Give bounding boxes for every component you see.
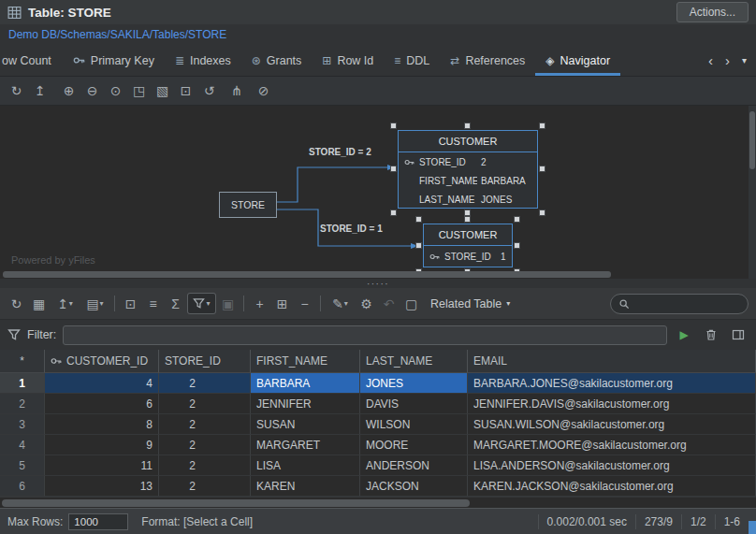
grid-cell[interactable]: JENNIFER.DAVIS@sakilacustomer.org (468, 394, 756, 414)
duplicate-row-button[interactable]: ⊞ (271, 293, 293, 314)
cell-editor-button[interactable]: ⊡ (120, 293, 141, 314)
tab-navigator[interactable]: ◈ Navigator (535, 45, 620, 76)
filter-menu-button[interactable]: ▾ (187, 293, 216, 314)
search-box[interactable] (610, 294, 749, 314)
grid-mode-button[interactable]: ▦ (28, 293, 50, 314)
tabs-menu-button[interactable]: ▾ (736, 50, 752, 72)
grid-cell[interactable]: 2 (159, 414, 251, 435)
overview-toggle-button[interactable]: ⊘ (253, 80, 274, 102)
tab-primary-key[interactable]: Primary Key (63, 45, 165, 76)
tabs-scroll-right-button[interactable]: › (720, 50, 735, 72)
grid-cell[interactable]: MARGARET (251, 435, 360, 455)
selection-handle[interactable] (390, 123, 397, 129)
grid-cell[interactable]: 13 (45, 476, 159, 497)
pane-splitter[interactable]: ····· (0, 279, 756, 288)
open-in-window-button[interactable]: ⊡ (175, 80, 196, 102)
add-row-button[interactable]: + (249, 293, 270, 314)
column-header-email[interactable]: EMAIL (468, 350, 756, 373)
selection-handle[interactable] (415, 216, 422, 223)
zoom-out-button[interactable]: ⊖ (81, 80, 103, 102)
zoom-in-button[interactable]: ⊕ (58, 80, 80, 102)
selection-handle[interactable] (539, 166, 545, 172)
undo-button[interactable]: ↶ (378, 293, 400, 314)
grid-cell[interactable]: 11 (45, 455, 159, 476)
max-rows-input[interactable] (68, 513, 128, 530)
diagram-node-customer[interactable]: CUSTOMER STORE_ID 2 FIRST_NAME BARBARA L… (398, 130, 538, 209)
column-header-last-name[interactable]: LAST_NAME (360, 350, 468, 373)
selection-handle[interactable] (514, 216, 520, 223)
grid-cell[interactable]: LISA.ANDERSON@sakilacustomer.org (468, 455, 756, 476)
export-results-button[interactable]: ↥▾ (51, 293, 80, 314)
row-number[interactable]: 5 (0, 455, 45, 476)
row-list-view-button[interactable]: ≡ (142, 293, 164, 314)
scrollbar-thumb[interactable] (3, 271, 611, 278)
row-number[interactable]: 6 (0, 476, 45, 497)
grid-cell[interactable]: KAREN (251, 476, 360, 497)
grid-cell[interactable]: SUSAN.WILSON@sakilacustomer.org (468, 414, 756, 435)
fit-to-window-button[interactable]: ◳ (128, 80, 150, 102)
format-label[interactable]: Format: [Select a Cell] (141, 515, 253, 528)
search-input[interactable] (635, 296, 740, 311)
apply-filter-button[interactable]: ▶ (674, 325, 694, 345)
tab-references[interactable]: ⇄ References (440, 45, 535, 76)
selection-handle[interactable] (514, 242, 520, 249)
grid-cell[interactable]: MOORE (360, 435, 468, 455)
column-header-customer-id[interactable]: CUSTOMER_ID (45, 350, 159, 373)
file-menu-button[interactable]: ▤▾ (80, 293, 109, 314)
grid-cell-selected[interactable]: BARBARA (251, 373, 360, 394)
row-number[interactable]: 4 (0, 435, 45, 455)
navigator-diagram-canvas[interactable]: STORE_ID = 2 STORE_ID = 1 STORE CUSTOMER… (0, 105, 756, 279)
grid-cell[interactable]: 2 (159, 455, 251, 476)
edit-menu-button[interactable]: ✎▾ (326, 293, 355, 314)
save-edits-button[interactable]: ▣ (217, 293, 239, 314)
tab-ddl[interactable]: ≡ DDL (384, 45, 440, 76)
selection-handle[interactable] (539, 123, 545, 129)
grid-cell[interactable]: 9 (45, 435, 159, 455)
grid-cell[interactable]: MARGARET.MOORE@sakilacustomer.org (468, 435, 756, 455)
column-header-first-name[interactable]: FIRST_NAME (251, 350, 360, 373)
diagram-node-customer[interactable]: CUSTOMER STORE_ID 1 (423, 224, 513, 267)
grid-cell[interactable]: 6 (45, 394, 159, 414)
tab-row-id[interactable]: ⊞ Row Id (312, 45, 384, 76)
column-header-store-id[interactable]: STORE_ID (159, 350, 251, 373)
commit-mode-button[interactable]: ⚙ (356, 293, 377, 314)
grid-cell[interactable]: SUSAN (251, 414, 360, 435)
grid-cell[interactable]: JENNIFER (251, 394, 360, 414)
selection-handle[interactable] (464, 216, 471, 223)
diagram-horizontal-scrollbar[interactable] (0, 271, 747, 278)
diagram-node-store[interactable]: STORE (219, 192, 277, 218)
tab-row-count[interactable]: ow Count (0, 45, 63, 76)
tab-grants[interactable]: ⊛ Grants (241, 45, 313, 76)
grid-cell[interactable]: 2 (159, 373, 251, 394)
new-script-button[interactable]: ▢ (400, 293, 422, 314)
scrollbar-thumb[interactable] (749, 111, 755, 169)
edge-routing-button[interactable]: ⋔ (225, 80, 247, 102)
grid-cell[interactable]: 8 (45, 414, 159, 435)
tab-indexes[interactable]: ≣ Indexes (165, 45, 241, 76)
breadcrumb[interactable]: Demo DB/Schemas/SAKILA/Tables/STORE (0, 24, 756, 45)
grid-cell[interactable]: KAREN.JACKSON@sakilacustomer.org (468, 476, 756, 497)
grid-cell[interactable]: LISA (251, 455, 360, 476)
grid-cell[interactable]: BARBARA.JONES@sakilacustomer.org (468, 373, 756, 394)
zoom-selection-button[interactable]: ▧ (152, 80, 173, 102)
grid-cell[interactable]: 2 (159, 435, 251, 455)
tabs-scroll-left-button[interactable]: ‹ (703, 50, 719, 72)
scrollbar-thumb[interactable] (2, 499, 470, 507)
grid-cell[interactable]: 2 (159, 476, 251, 497)
relayout-button[interactable]: ↺ (198, 80, 220, 102)
filter-panel-button[interactable] (728, 325, 749, 345)
row-number[interactable]: 2 (0, 394, 45, 414)
grid-horizontal-scrollbar[interactable] (0, 497, 756, 508)
selection-handle[interactable] (464, 123, 471, 129)
delete-row-button[interactable]: − (294, 293, 315, 314)
grid-cell[interactable]: DAVIS (360, 394, 468, 414)
export-diagram-button[interactable]: ↥ (29, 80, 51, 102)
grid-cell[interactable]: 2 (159, 394, 251, 414)
diagram-vertical-scrollbar[interactable] (749, 106, 756, 279)
clear-filter-button[interactable] (701, 325, 721, 345)
zoom-actual-size-button[interactable]: ⊙ (105, 80, 126, 102)
row-number[interactable]: 1 (0, 373, 45, 394)
selection-handle[interactable] (464, 209, 471, 216)
filter-input[interactable] (63, 325, 667, 345)
row-number[interactable]: 3 (0, 414, 45, 435)
